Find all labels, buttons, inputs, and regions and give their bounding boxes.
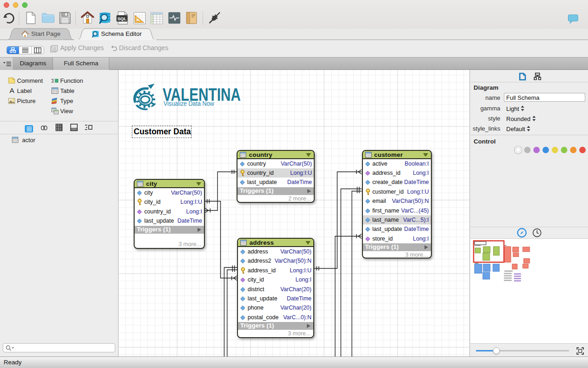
svg-text:Visualize Data Now: Visualize Data Now <box>164 100 215 107</box>
svg-text:A: A <box>10 87 15 94</box>
svg-text:SQL: SQL <box>118 16 127 21</box>
